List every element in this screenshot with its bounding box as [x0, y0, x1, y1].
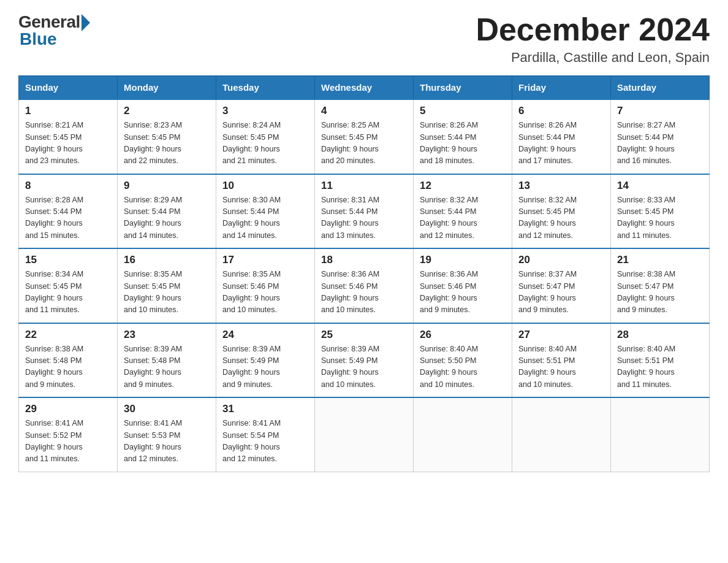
- day-number: 14: [617, 180, 703, 192]
- calendar-cell: 20Sunrise: 8:37 AMSunset: 5:47 PMDayligh…: [512, 248, 611, 323]
- logo-blue-text: Blue: [20, 29, 57, 49]
- day-number: 4: [321, 105, 407, 117]
- day-number: 28: [617, 329, 703, 341]
- day-info: Sunrise: 8:39 AMSunset: 5:48 PMDaylight:…: [124, 343, 210, 391]
- calendar-cell: 23Sunrise: 8:39 AMSunset: 5:48 PMDayligh…: [118, 323, 216, 398]
- day-number: 7: [617, 105, 703, 117]
- day-info: Sunrise: 8:40 AMSunset: 5:50 PMDaylight:…: [420, 343, 506, 391]
- day-info: Sunrise: 8:26 AMSunset: 5:44 PMDaylight:…: [518, 120, 604, 167]
- day-info: Sunrise: 8:24 AMSunset: 5:45 PMDaylight:…: [222, 120, 308, 167]
- day-info: Sunrise: 8:35 AMSunset: 5:45 PMDaylight:…: [124, 269, 210, 316]
- calendar-cell: [512, 397, 611, 472]
- calendar-week-row: 8Sunrise: 8:28 AMSunset: 5:44 PMDaylight…: [19, 174, 710, 249]
- day-number: 31: [222, 403, 308, 415]
- calendar-cell: 27Sunrise: 8:40 AMSunset: 5:51 PMDayligh…: [512, 323, 611, 398]
- day-info: Sunrise: 8:34 AMSunset: 5:45 PMDaylight:…: [25, 269, 111, 316]
- logo: General Blue: [18, 12, 90, 49]
- day-number: 27: [518, 329, 604, 341]
- day-number: 16: [124, 254, 210, 266]
- day-info: Sunrise: 8:36 AMSunset: 5:46 PMDaylight:…: [321, 269, 407, 316]
- column-header-friday: Friday: [512, 76, 611, 100]
- day-number: 19: [420, 254, 506, 266]
- column-header-sunday: Sunday: [19, 76, 118, 100]
- day-number: 24: [222, 329, 308, 341]
- day-info: Sunrise: 8:21 AMSunset: 5:45 PMDaylight:…: [25, 120, 111, 167]
- calendar-cell: 30Sunrise: 8:41 AMSunset: 5:53 PMDayligh…: [118, 397, 216, 472]
- day-number: 10: [222, 180, 308, 192]
- calendar-cell: [315, 397, 414, 472]
- calendar-week-row: 22Sunrise: 8:38 AMSunset: 5:48 PMDayligh…: [19, 323, 710, 398]
- page-header: General Blue December 2024 Pardilla, Cas…: [18, 12, 710, 66]
- day-number: 23: [124, 329, 210, 341]
- day-info: Sunrise: 8:32 AMSunset: 5:44 PMDaylight:…: [420, 194, 506, 242]
- calendar-cell: 17Sunrise: 8:35 AMSunset: 5:46 PMDayligh…: [216, 248, 315, 323]
- column-header-monday: Monday: [118, 76, 216, 100]
- day-info: Sunrise: 8:40 AMSunset: 5:51 PMDaylight:…: [617, 343, 703, 391]
- day-info: Sunrise: 8:30 AMSunset: 5:44 PMDaylight:…: [222, 194, 308, 242]
- calendar-cell: 21Sunrise: 8:38 AMSunset: 5:47 PMDayligh…: [611, 248, 710, 323]
- column-header-saturday: Saturday: [611, 76, 710, 100]
- calendar-cell: 31Sunrise: 8:41 AMSunset: 5:54 PMDayligh…: [216, 397, 315, 472]
- calendar-cell: 10Sunrise: 8:30 AMSunset: 5:44 PMDayligh…: [216, 174, 315, 249]
- day-info: Sunrise: 8:25 AMSunset: 5:45 PMDaylight:…: [321, 120, 407, 167]
- day-info: Sunrise: 8:33 AMSunset: 5:45 PMDaylight:…: [617, 194, 703, 242]
- column-header-thursday: Thursday: [414, 76, 512, 100]
- day-number: 9: [124, 180, 210, 192]
- calendar-cell: 14Sunrise: 8:33 AMSunset: 5:45 PMDayligh…: [611, 174, 710, 249]
- day-number: 13: [518, 180, 604, 192]
- calendar-cell: 15Sunrise: 8:34 AMSunset: 5:45 PMDayligh…: [19, 248, 118, 323]
- day-info: Sunrise: 8:40 AMSunset: 5:51 PMDaylight:…: [518, 343, 604, 391]
- title-section: December 2024 Pardilla, Castille and Leo…: [476, 12, 710, 66]
- calendar-cell: 22Sunrise: 8:38 AMSunset: 5:48 PMDayligh…: [19, 323, 118, 398]
- calendar-week-row: 29Sunrise: 8:41 AMSunset: 5:52 PMDayligh…: [19, 397, 710, 472]
- calendar-cell: 2Sunrise: 8:23 AMSunset: 5:45 PMDaylight…: [118, 99, 216, 174]
- calendar-cell: [414, 397, 512, 472]
- calendar-cell: 29Sunrise: 8:41 AMSunset: 5:52 PMDayligh…: [19, 397, 118, 472]
- calendar-cell: 11Sunrise: 8:31 AMSunset: 5:44 PMDayligh…: [315, 174, 414, 249]
- day-number: 5: [420, 105, 506, 117]
- day-number: 2: [124, 105, 210, 117]
- day-info: Sunrise: 8:41 AMSunset: 5:52 PMDaylight:…: [25, 418, 111, 465]
- day-number: 22: [25, 329, 111, 341]
- day-number: 1: [25, 105, 111, 117]
- day-info: Sunrise: 8:38 AMSunset: 5:48 PMDaylight:…: [25, 343, 111, 391]
- day-info: Sunrise: 8:29 AMSunset: 5:44 PMDaylight:…: [124, 194, 210, 242]
- location-subtitle: Pardilla, Castille and Leon, Spain: [476, 50, 710, 66]
- day-number: 26: [420, 329, 506, 341]
- day-number: 21: [617, 254, 703, 266]
- day-info: Sunrise: 8:28 AMSunset: 5:44 PMDaylight:…: [25, 194, 111, 242]
- month-title: December 2024: [476, 12, 710, 47]
- day-info: Sunrise: 8:41 AMSunset: 5:53 PMDaylight:…: [124, 418, 210, 465]
- day-number: 29: [25, 403, 111, 415]
- day-info: Sunrise: 8:31 AMSunset: 5:44 PMDaylight:…: [321, 194, 407, 242]
- day-info: Sunrise: 8:39 AMSunset: 5:49 PMDaylight:…: [321, 343, 407, 391]
- day-info: Sunrise: 8:27 AMSunset: 5:44 PMDaylight:…: [617, 120, 703, 167]
- day-number: 11: [321, 180, 407, 192]
- calendar-cell: 1Sunrise: 8:21 AMSunset: 5:45 PMDaylight…: [19, 99, 118, 174]
- calendar-cell: 5Sunrise: 8:26 AMSunset: 5:44 PMDaylight…: [414, 99, 512, 174]
- logo-arrow-icon: [82, 14, 90, 31]
- day-number: 15: [25, 254, 111, 266]
- calendar-cell: 28Sunrise: 8:40 AMSunset: 5:51 PMDayligh…: [611, 323, 710, 398]
- calendar-cell: 7Sunrise: 8:27 AMSunset: 5:44 PMDaylight…: [611, 99, 710, 174]
- day-number: 6: [518, 105, 604, 117]
- calendar-table: SundayMondayTuesdayWednesdayThursdayFrid…: [18, 75, 710, 472]
- calendar-week-row: 1Sunrise: 8:21 AMSunset: 5:45 PMDaylight…: [19, 99, 710, 174]
- calendar-cell: [611, 397, 710, 472]
- day-info: Sunrise: 8:32 AMSunset: 5:45 PMDaylight:…: [518, 194, 604, 242]
- calendar-cell: 4Sunrise: 8:25 AMSunset: 5:45 PMDaylight…: [315, 99, 414, 174]
- day-info: Sunrise: 8:35 AMSunset: 5:46 PMDaylight:…: [222, 269, 308, 316]
- calendar-cell: 6Sunrise: 8:26 AMSunset: 5:44 PMDaylight…: [512, 99, 611, 174]
- calendar-cell: 12Sunrise: 8:32 AMSunset: 5:44 PMDayligh…: [414, 174, 512, 249]
- day-number: 12: [420, 180, 506, 192]
- day-info: Sunrise: 8:39 AMSunset: 5:49 PMDaylight:…: [222, 343, 308, 391]
- day-number: 8: [25, 180, 111, 192]
- calendar-cell: 3Sunrise: 8:24 AMSunset: 5:45 PMDaylight…: [216, 99, 315, 174]
- day-number: 3: [222, 105, 308, 117]
- calendar-header-row: SundayMondayTuesdayWednesdayThursdayFrid…: [19, 76, 710, 100]
- day-info: Sunrise: 8:38 AMSunset: 5:47 PMDaylight:…: [617, 269, 703, 316]
- calendar-cell: 9Sunrise: 8:29 AMSunset: 5:44 PMDaylight…: [118, 174, 216, 249]
- day-number: 18: [321, 254, 407, 266]
- day-info: Sunrise: 8:41 AMSunset: 5:54 PMDaylight:…: [222, 418, 308, 465]
- calendar-cell: 16Sunrise: 8:35 AMSunset: 5:45 PMDayligh…: [118, 248, 216, 323]
